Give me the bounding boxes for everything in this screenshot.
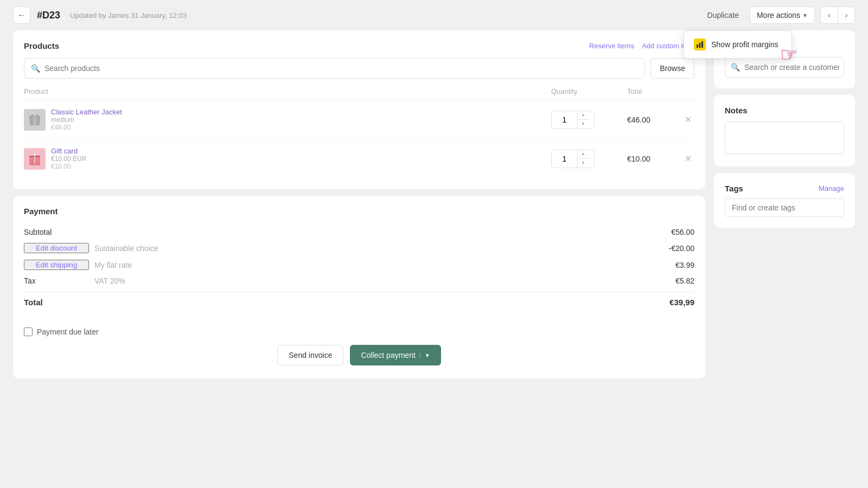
tax-amount: €5.82 <box>675 277 694 285</box>
manage-tags-button[interactable]: Manage <box>819 184 844 192</box>
reserve-items-button[interactable]: Reserve items <box>589 42 634 50</box>
product-unit-price: €10.00 <box>51 163 86 170</box>
qty-up-button[interactable]: ▲ <box>578 150 589 159</box>
col-product: Product <box>24 87 551 95</box>
nav-arrows: ‹ › <box>820 7 855 24</box>
table-header: Product Quantity Total <box>24 87 694 100</box>
svg-rect-1 <box>699 43 701 48</box>
quantity-control[interactable]: ▲ ▼ <box>551 111 595 129</box>
tax-desc: VAT 20% <box>89 277 675 285</box>
search-icon: 🔍 <box>31 64 40 73</box>
main-content: Products Reserve items Add custom item 🔍… <box>0 30 868 488</box>
duplicate-button[interactable]: Duplicate <box>702 8 744 23</box>
qty-arrows: ▲ ▼ <box>578 111 589 129</box>
payment-title: Payment <box>24 207 694 216</box>
shipping-desc: My flat rate <box>89 261 675 269</box>
notes-title: Notes <box>725 106 844 115</box>
product-search-box[interactable]: 🔍 <box>24 58 645 79</box>
send-invoice-button[interactable]: Send invoice <box>277 345 343 365</box>
payment-card: Payment Subtotal €56.00 Edit discount Su… <box>13 196 705 378</box>
show-profit-label: Show profit margins <box>711 40 778 49</box>
remove-item-button[interactable]: ✕ <box>681 114 694 125</box>
table-row: Gift card €10,00 EUR €10.00 ▲ ▼ €10.00 ✕ <box>24 139 694 178</box>
subtotal-row: Subtotal €56.00 <box>24 224 694 240</box>
total-amount: €39,99 <box>669 298 694 307</box>
nav-prev-button[interactable]: ‹ <box>820 7 838 24</box>
col-actions <box>681 87 694 95</box>
tax-label: Tax <box>24 277 89 285</box>
discount-desc: Sustainable choice <box>89 244 669 253</box>
right-panel: Customer 🔍 Notes Tags Manage <box>714 30 855 475</box>
customer-search-box[interactable]: 🔍 <box>725 57 844 78</box>
top-bar-actions: Duplicate More actions ▼ Show profit ma <box>702 7 855 24</box>
products-actions: Reserve items Add custom item <box>589 42 694 50</box>
svg-rect-2 <box>701 41 703 48</box>
product-variant: medium <box>51 116 122 124</box>
edit-discount-button[interactable]: Edit discount <box>24 243 89 253</box>
chevron-down-icon: ▼ <box>802 12 808 18</box>
more-actions-dropdown: Show profit margins <box>684 30 792 59</box>
shipping-amount: €3.99 <box>675 261 694 269</box>
row-total: €10.00 <box>627 155 681 163</box>
quantity-input[interactable] <box>552 111 578 129</box>
product-details: Classic Leather Jacket medium €46.00 <box>51 108 122 131</box>
more-actions-button[interactable]: More actions ▼ <box>750 7 815 24</box>
tags-card: Tags Manage <box>714 173 855 228</box>
quantity-input[interactable] <box>552 150 578 168</box>
discount-amount: -€20.00 <box>669 244 694 253</box>
total-row: Total €39,99 <box>24 292 694 310</box>
row-total: €46.00 <box>627 115 681 124</box>
total-label: Total <box>24 298 89 307</box>
product-name[interactable]: Classic Leather Jacket <box>51 108 122 116</box>
customer-search-input[interactable] <box>744 63 839 72</box>
subtotal-amount: €56.00 <box>671 228 694 236</box>
browse-button[interactable]: Browse <box>650 58 694 79</box>
col-quantity: Quantity <box>551 87 627 95</box>
payment-due-checkbox[interactable] <box>24 328 33 336</box>
product-thumbnail <box>24 109 46 131</box>
tags-input[interactable] <box>725 198 844 217</box>
remove-item-button[interactable]: ✕ <box>681 153 694 164</box>
edit-shipping-button[interactable]: Edit shipping <box>24 260 89 270</box>
qty-down-button[interactable]: ▼ <box>578 120 589 129</box>
profit-icon <box>694 38 706 50</box>
payment-due-label: Payment due later <box>37 328 99 336</box>
collect-caret-icon[interactable]: ▼ <box>420 352 430 358</box>
back-button[interactable]: ← <box>13 7 30 24</box>
show-profit-margins-item[interactable]: Show profit margins <box>687 34 788 55</box>
products-card: Products Reserve items Add custom item 🔍… <box>13 30 705 189</box>
svg-rect-3 <box>33 117 36 125</box>
tags-header: Tags Manage <box>725 184 844 193</box>
svg-rect-7 <box>29 157 40 158</box>
quantity-control[interactable]: ▲ ▼ <box>551 150 595 168</box>
top-bar: ← #D23 Updated by James 31 January, 12:0… <box>0 0 868 30</box>
nav-next-button[interactable]: › <box>838 7 855 24</box>
qty-up-button[interactable]: ▲ <box>578 111 589 120</box>
notes-card: Notes <box>714 95 855 166</box>
payment-due-row: Payment due later <box>24 319 694 336</box>
product-thumbnail <box>24 148 46 170</box>
tags-title: Tags <box>725 184 743 193</box>
product-info: Classic Leather Jacket medium €46.00 <box>24 108 551 131</box>
more-actions-label: More actions <box>757 11 800 20</box>
products-title: Products <box>24 41 59 50</box>
qty-down-button[interactable]: ▼ <box>578 159 589 168</box>
product-unit-price: €46.00 <box>51 124 122 131</box>
col-total: Total <box>627 87 681 95</box>
product-search-input[interactable] <box>44 64 638 73</box>
shipping-row: Edit shipping My flat rate €3.99 <box>24 256 694 273</box>
collect-payment-button[interactable]: Collect payment ▼ <box>350 345 441 365</box>
products-header: Products Reserve items Add custom item <box>24 41 694 50</box>
svg-rect-0 <box>697 44 698 48</box>
qty-arrows: ▲ ▼ <box>578 150 589 168</box>
product-name[interactable]: Gift card <box>51 147 86 155</box>
product-details: Gift card €10,00 EUR €10.00 <box>51 147 86 170</box>
product-info: Gift card €10,00 EUR €10.00 <box>24 147 551 170</box>
collect-payment-label: Collect payment <box>361 351 415 359</box>
subtotal-label: Subtotal <box>24 228 89 236</box>
product-variant: €10,00 EUR <box>51 155 86 163</box>
action-buttons: Send invoice Collect payment ▼ <box>24 336 694 368</box>
notes-input[interactable] <box>725 121 844 154</box>
updated-text: Updated by James 31 January, 12:03 <box>70 11 187 20</box>
customer-search-icon: 🔍 <box>731 63 740 72</box>
